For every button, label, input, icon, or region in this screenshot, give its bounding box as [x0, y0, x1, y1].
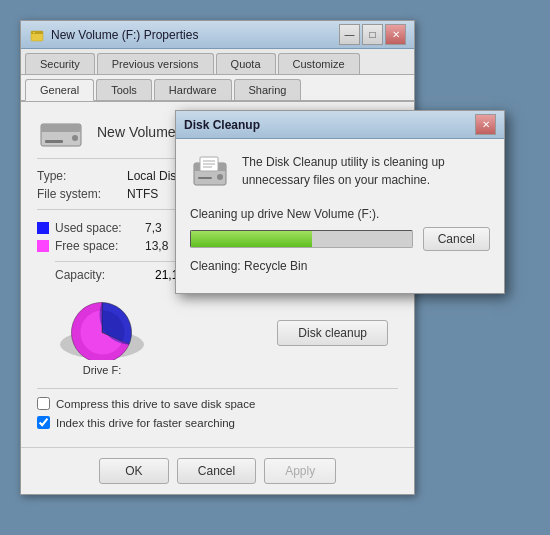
drive-name: New Volume [97, 124, 176, 140]
used-label: Used space: [55, 221, 145, 235]
pie-chart [47, 290, 157, 360]
capacity-label: Capacity: [55, 268, 135, 282]
dc-icon [190, 153, 230, 193]
ok-button[interactable]: OK [99, 458, 169, 484]
disk-cleanup-dialog: Disk Cleanup ✕ The Disk Cleanup utility [175, 110, 505, 294]
free-label: Free space: [55, 239, 145, 253]
svg-point-2 [33, 31, 35, 33]
tabs-row-1: Security Previous versions Quota Customi… [21, 49, 414, 75]
tab-sharing[interactable]: Sharing [234, 79, 302, 100]
title-bar: New Volume (F:) Properties — □ ✕ [21, 21, 414, 49]
cleaning-item: Recycle Bin [244, 259, 307, 273]
tab-tools[interactable]: Tools [96, 79, 152, 100]
dc-progress-section: Cleaning up drive New Volume (F:). Cance… [190, 207, 490, 273]
fs-label: File system: [37, 187, 127, 201]
tab-security[interactable]: Security [25, 53, 95, 74]
pie-container: Drive F: [47, 290, 157, 376]
window-title: New Volume (F:) Properties [51, 28, 339, 42]
tabs-row-2: General Tools Hardware Sharing [21, 75, 414, 102]
used-value: 7,3 [145, 221, 162, 235]
compress-label: Compress this drive to save disk space [56, 398, 255, 410]
window-icon [29, 27, 45, 43]
dc-drive-label: Cleaning up drive New Volume (F:). [190, 207, 490, 221]
dc-cleaning-status: Cleaning: Recycle Bin [190, 259, 490, 273]
title-bar-buttons: — □ ✕ [339, 24, 406, 45]
svg-rect-11 [198, 177, 212, 179]
dc-progress-row: Cancel [190, 227, 490, 251]
disk-cleanup-title-text: Disk Cleanup [184, 118, 475, 132]
tab-customize[interactable]: Customize [278, 53, 360, 74]
tab-hardware[interactable]: Hardware [154, 79, 232, 100]
disk-cleanup-button[interactable]: Disk cleanup [277, 320, 388, 346]
index-row: Index this drive for faster searching [37, 416, 398, 429]
tab-quota[interactable]: Quota [216, 53, 276, 74]
free-color-box [37, 240, 49, 252]
cleaning-prefix: Cleaning: [190, 259, 241, 273]
disk-cleanup-title-bar: Disk Cleanup ✕ [176, 111, 504, 139]
dc-message: The Disk Cleanup utility is cleaning up … [242, 153, 490, 189]
tab-general[interactable]: General [25, 79, 94, 101]
cancel-button[interactable]: Cancel [177, 458, 256, 484]
index-checkbox[interactable] [37, 416, 50, 429]
used-color-box [37, 222, 49, 234]
fs-value: NTFS [127, 187, 158, 201]
compress-checkbox[interactable] [37, 397, 50, 410]
drive-icon [37, 114, 85, 150]
disk-cleanup-close-button[interactable]: ✕ [475, 114, 496, 135]
svg-rect-4 [41, 124, 81, 132]
progress-bar-background [190, 230, 413, 248]
compress-row: Compress this drive to save disk space [37, 397, 398, 410]
dc-header-row: The Disk Cleanup utility is cleaning up … [190, 153, 490, 193]
tab-previous-versions[interactable]: Previous versions [97, 53, 214, 74]
apply-button[interactable]: Apply [264, 458, 336, 484]
bottom-buttons: OK Cancel Apply [21, 447, 414, 494]
minimize-button[interactable]: — [339, 24, 360, 45]
maximize-button[interactable]: □ [362, 24, 383, 45]
checkboxes-area: Compress this drive to save disk space I… [37, 388, 398, 429]
svg-rect-6 [45, 140, 63, 143]
svg-rect-1 [31, 31, 43, 34]
disk-cleanup-body: The Disk Cleanup utility is cleaning up … [176, 139, 504, 293]
dc-cancel-button[interactable]: Cancel [423, 227, 490, 251]
type-label: Type: [37, 169, 127, 183]
close-button[interactable]: ✕ [385, 24, 406, 45]
drive-label: Drive F: [83, 364, 122, 376]
free-value: 13,8 [145, 239, 168, 253]
svg-point-10 [217, 174, 223, 180]
pie-area: Drive F: Disk cleanup [37, 290, 398, 376]
svg-point-5 [72, 135, 78, 141]
progress-bar-fill [191, 231, 312, 247]
index-label: Index this drive for faster searching [56, 417, 235, 429]
